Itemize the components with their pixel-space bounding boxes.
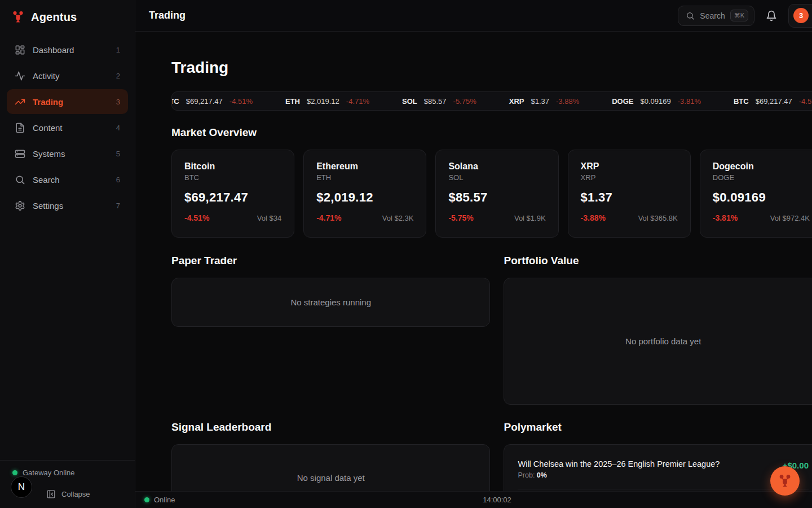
ticker-symbol: SOL [402,97,417,106]
search-shortcut-badge: ⌘K [730,10,748,21]
coin-volume: Vol $34 [257,214,281,222]
market-card-dogecoin[interactable]: Dogecoin DOGE $0.09169 -3.81% Vol $972.4… [700,150,812,238]
sidebar-item-label: Settings [33,201,63,211]
collapse-label: Collapse [61,490,90,498]
topbar: Trading Search ⌘K 3 3A [135,0,812,32]
ticker-symbol: DOGE [612,97,633,106]
notifications-bell-icon[interactable] [766,10,777,21]
paper-trader-panel: No strategies running [171,278,490,327]
lobster-logo-icon [11,10,25,24]
app-name: Agentus [31,11,77,24]
signal-leaderboard-panel: No signal data yet [171,444,490,491]
market-overview-heading: Market Overview [171,126,812,139]
ticker-symbol: BTC [734,97,749,106]
coin-price: $0.09169 [713,190,810,205]
main-content: Trading BTC $69,217.47 -4.51% ETH $2,019… [135,32,812,491]
paper-trader-heading: Paper Trader [171,255,490,267]
ticker-symbol: BTC [171,97,179,106]
sidebar-item-label: Systems [33,149,65,159]
market-card-xrp[interactable]: XRP XRP $1.37 -3.88% Vol $365.8K [568,150,691,238]
coin-name: Solana [448,161,545,172]
sidebar-item-label: Activity [33,71,60,81]
sidebar-item-shortcut: 7 [116,202,120,210]
topbar-actions: Search ⌘K 3 3A [678,4,812,28]
coin-name: Dogecoin [713,161,810,172]
server-icon [15,148,25,159]
coin-symbol: SOL [448,173,545,182]
online-status-dot [144,497,149,502]
ticker-item: BTC $69,217.47 -4.51% [171,97,253,106]
status-bar: Online 14:00:02 v2.0.0 [135,491,812,508]
ticker-item: ETH $2,019.12 -4.71% [285,97,369,106]
coin-change: -3.81% [713,213,738,222]
lobster-icon [778,474,792,488]
market-card-bitcoin[interactable]: Bitcoin BTC $69,217.47 -4.51% Vol $34 [171,150,294,238]
polymarket-question: Will Chelsea win the 2025–26 English Pre… [518,459,720,468]
clock: 14:00:02 [483,496,511,504]
sidebar-nav: Dashboard 1 Activity 2 Trading 3 Content… [0,37,135,218]
sidebar-item-shortcut: 4 [116,124,120,132]
ticker-price: $1.37 [531,97,549,106]
price-ticker: BTC $69,217.47 -4.51% ETH $2,019.12 -4.7… [171,91,812,111]
portfolio-value-panel: No portfolio data yet [504,278,812,405]
avatar: 3 [793,8,809,23]
trending-up-icon [15,97,25,107]
sidebar-item-search[interactable]: Search 6 [7,167,128,192]
market-card-ethereum[interactable]: Ethereum ETH $2,019.12 -4.71% Vol $2.3K [303,150,426,238]
coin-symbol: BTC [184,173,281,182]
sidebar-item-shortcut: 6 [116,176,120,184]
ticker-price: $0.09169 [641,97,671,106]
search-icon [686,11,695,20]
sidebar-item-dashboard[interactable]: Dashboard 1 [7,37,128,62]
coin-change: -4.71% [316,213,341,222]
coin-change: -4.51% [184,213,209,222]
app-logo: Agentus [0,0,135,37]
ticker-price: $69,217.47 [756,97,792,106]
polymarket-heading: Polymarket [504,421,812,433]
sidebar-item-content[interactable]: Content 4 [7,115,128,140]
sidebar-item-activity[interactable]: Activity 2 [7,63,128,88]
ticker-change: -3.88% [556,97,579,106]
sidebar-item-systems[interactable]: Systems 5 [7,141,128,166]
ticker-symbol: ETH [285,97,300,106]
ticker-price: $69,217.47 [186,97,223,106]
ticker-change: -4.71% [346,97,369,106]
content-area: Trading Search ⌘K 3 3A Trading [135,0,812,508]
sidebar-item-trading[interactable]: Trading 3 [7,89,128,114]
coin-symbol: XRP [581,173,678,182]
sidebar-item-shortcut: 5 [116,150,120,158]
gear-icon [15,200,25,211]
account-menu[interactable]: 3 3A [788,4,812,28]
sidebar-item-label: Content [33,123,63,133]
ticker-track: BTC $69,217.47 -4.51% ETH $2,019.12 -4.7… [171,97,812,106]
sidebar-item-shortcut: 1 [116,46,120,54]
ticker-change: -4.51% [799,97,812,106]
polymarket-panel: Will Chelsea win the 2025–26 English Pre… [504,444,812,491]
search-label: Search [700,11,725,20]
sidebar-item-label: Search [33,175,60,185]
dev-tools-badge[interactable]: N [11,476,32,498]
polymarket-probability: Prob: 0% [518,471,720,479]
topbar-title: Trading [149,10,186,21]
coin-symbol: ETH [316,173,413,182]
online-status-label: Online [154,496,175,504]
market-card-solana[interactable]: Solana SOL $85.57 -5.75% Vol $1.9K [435,150,558,238]
ticker-item: SOL $85.57 -5.75% [402,97,476,106]
ticker-item: BTC $69,217.47 -4.51% [734,97,812,106]
polymarket-market-row[interactable]: Will Chelsea win the 2025–26 English Pre… [518,459,808,489]
coin-name: Ethereum [316,161,413,172]
paper-trader-empty-text: No strategies running [290,297,371,307]
coin-change: -3.88% [581,213,606,222]
widgets-row-1: Paper Trader No strategies running Portf… [171,255,812,405]
coin-symbol: DOGE [713,173,810,182]
coin-name: Bitcoin [184,161,281,172]
sidebar-item-label: Trading [33,97,63,107]
assistant-fab-button[interactable] [770,466,800,496]
gateway-status-label: Gateway Online [23,468,75,477]
coin-volume: Vol $1.9K [514,214,546,222]
sidebar-item-settings[interactable]: Settings 7 [7,193,128,218]
signal-leaderboard-heading: Signal Leaderboard [171,421,490,433]
ticker-price: $85.57 [424,97,447,106]
search-button[interactable]: Search ⌘K [678,6,754,26]
dev-tools-badge-letter: N [18,481,25,493]
